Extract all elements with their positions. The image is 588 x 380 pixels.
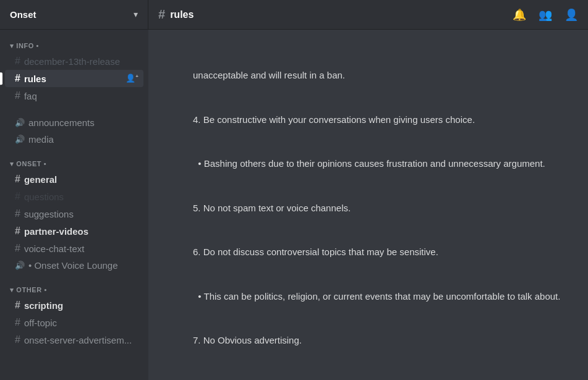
sidebar-item-rules[interactable]: # rules 👤+ xyxy=(5,70,143,87)
header-icons: 🔔 👥 👤 xyxy=(513,8,588,22)
sidebar-item-onset-server-advertisem[interactable]: # onset-server-advertisem... xyxy=(5,331,143,348)
channel-label: announcements xyxy=(28,117,95,128)
messages-list: unacceptable and will result in a ban. 4… xyxy=(148,30,588,380)
hash-icon: # xyxy=(15,90,20,101)
server-name: Onset xyxy=(10,9,36,20)
sidebar-item-scripting[interactable]: # scripting xyxy=(5,297,143,314)
rule-line: 6. Do not discuss controversial topics t… xyxy=(193,245,578,260)
channel-label: suggestions xyxy=(24,209,74,219)
main-layout: ▾ INFO • # december-13th-release # rules… xyxy=(0,30,588,380)
sidebar-item-faq[interactable]: # faq xyxy=(5,87,143,104)
hash-icon: # xyxy=(15,243,20,254)
hash-icon: # xyxy=(15,174,20,185)
channel-header: # rules xyxy=(148,7,513,22)
sidebar-item-off-topic[interactable]: # off-topic xyxy=(5,314,143,331)
chevron-down-icon[interactable]: ▾ xyxy=(134,9,138,19)
rule-line: 8. Keep main chats English only xyxy=(193,378,578,381)
channel-name: rules xyxy=(170,9,194,20)
rule-line: unacceptable and will result in a ban. xyxy=(193,69,578,83)
sidebar-item-suggestions[interactable]: # suggestions xyxy=(5,205,143,222)
server-header[interactable]: Onset ▾ xyxy=(0,0,148,30)
speaker-icon: 🔊 xyxy=(15,261,25,270)
channel-label: voice-chat-text xyxy=(24,243,85,254)
section-label-onset: ▾ ONSET • xyxy=(10,160,46,168)
section-label-other: ▾ OTHER • xyxy=(10,286,47,294)
hash-icon: # xyxy=(15,226,20,237)
channel-label: faq xyxy=(24,91,37,101)
sidebar-section-other-header: ▾ OTHER • xyxy=(0,284,148,297)
hash-icon: # xyxy=(15,56,20,67)
sidebar-item-general[interactable]: # general xyxy=(5,171,143,188)
content-area: unacceptable and will result in a ban. 4… xyxy=(148,30,588,380)
hash-icon: # xyxy=(15,208,20,219)
hash-icon: # xyxy=(15,73,20,84)
channel-label: • Onset Voice Lounge xyxy=(28,260,118,271)
user-badge: 👤+ xyxy=(126,74,138,83)
sidebar-item-december-13th-release[interactable]: # december-13th-release xyxy=(5,53,143,70)
channel-label: questions xyxy=(24,192,64,202)
hash-icon: # xyxy=(15,191,20,202)
sidebar-section-announce: 🔊 announcements 🔊 media xyxy=(0,114,148,148)
sidebar-item-media[interactable]: 🔊 media xyxy=(5,131,143,148)
sidebar-item-voice-chat-text[interactable]: # voice-chat-text xyxy=(5,240,143,257)
sidebar-section-other: ▾ OTHER • # scripting # off-topic # onse… xyxy=(0,284,148,348)
channel-label: scripting xyxy=(24,300,63,311)
channel-hash: # xyxy=(158,7,165,22)
bell-icon[interactable]: 🔔 xyxy=(513,8,526,22)
hash-icon: # xyxy=(15,317,20,328)
channel-label: general xyxy=(24,174,57,185)
profile-icon[interactable]: 👤 xyxy=(565,8,578,22)
section-label-info: ▾ INFO • xyxy=(10,42,39,50)
rule-line: • This can be politics, religion, or cur… xyxy=(193,290,578,304)
rule-line: • Bashing others due to their opinions c… xyxy=(193,157,578,171)
channel-label: onset-server-advertisem... xyxy=(24,335,132,345)
rule-line: 7. No Obvious advertising. xyxy=(193,334,578,348)
speaker-icon: 🔊 xyxy=(15,135,25,144)
channel-label: december-13th-release xyxy=(24,56,120,67)
rule-line: 4. Be constructive with your conversatio… xyxy=(193,113,578,127)
channel-label: partner-videos xyxy=(24,226,88,237)
channel-label: media xyxy=(28,134,54,145)
sidebar-section-onset: ▾ ONSET • # general # questions # sugges… xyxy=(0,158,148,274)
channel-label: off-topic xyxy=(24,318,57,328)
hash-icon: # xyxy=(15,300,20,311)
sidebar-item-announcements[interactable]: 🔊 announcements xyxy=(5,114,143,131)
sidebar-section-info: ▾ INFO • # december-13th-release # rules… xyxy=(0,40,148,104)
rules-text: unacceptable and will result in a ban. 4… xyxy=(193,40,578,380)
sidebar-item-onset-voice-lounge[interactable]: 🔊 • Onset Voice Lounge xyxy=(5,257,143,274)
speaker-icon: 🔊 xyxy=(15,118,25,127)
sidebar-item-questions[interactable]: # questions xyxy=(5,188,143,205)
hash-icon: # xyxy=(15,334,20,345)
channel-label: rules xyxy=(24,74,46,84)
sidebar: ▾ INFO • # december-13th-release # rules… xyxy=(0,30,148,380)
sidebar-item-partner-videos[interactable]: # partner-videos xyxy=(5,222,143,240)
top-bar: Onset ▾ # rules 🔔 👥 👤 xyxy=(0,0,588,30)
sidebar-section-onset-header: ▾ ONSET • xyxy=(0,158,148,171)
members-icon[interactable]: 👥 xyxy=(539,8,552,22)
rule-line: 5. No not spam text or voice channels. xyxy=(193,201,578,216)
sidebar-section-info-header: ▾ INFO • xyxy=(0,40,148,53)
